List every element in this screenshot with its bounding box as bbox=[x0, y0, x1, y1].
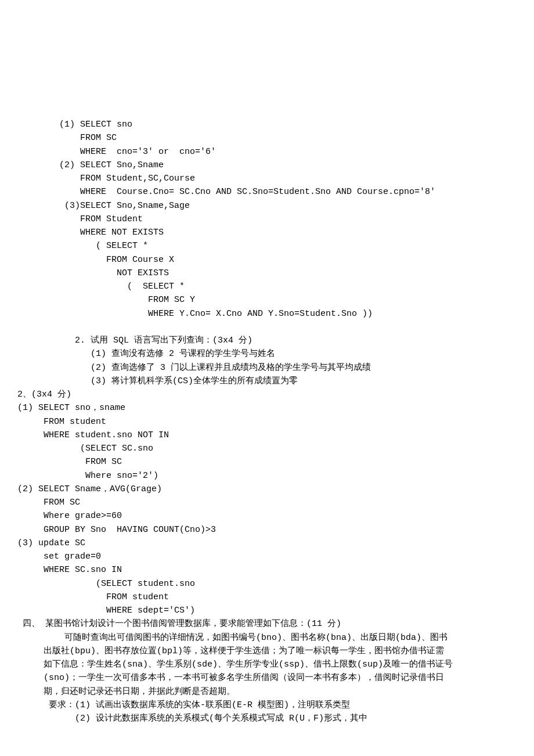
text-line: FROM SC bbox=[17, 496, 517, 509]
text-line: FROM SC Y bbox=[17, 293, 517, 307]
text-line: (3) update SC bbox=[17, 537, 517, 550]
text-line: set grade=0 bbox=[17, 550, 517, 563]
text-line: 期，归还时记录还书日期，并据此判断是否超期。 bbox=[17, 685, 517, 699]
text-line: WHERE Course.Cno= SC.Cno AND SC.Sno=Stud… bbox=[17, 185, 517, 199]
text-line: FROM student bbox=[17, 591, 517, 604]
text-line: ( SELECT * bbox=[17, 239, 517, 253]
text-line: WHERE SC.sno IN bbox=[17, 563, 517, 577]
text-line: WHERE cno='3' or cno='6' bbox=[17, 145, 517, 159]
text-line: FROM SC bbox=[17, 455, 517, 469]
text-line: (sno)；一学生一次可借多本书，一本书可被多名学生所借阅（设同一本书有多本），… bbox=[17, 671, 517, 685]
text-line: (1) SELECT sno bbox=[17, 118, 517, 131]
text-line: (3) 将计算机科学系(CS)全体学生的所有成绩置为零 bbox=[17, 375, 517, 388]
text-line: (2) 设计此数据库系统的关系模式(每个关系模式写成 R(U，F)形式，其中 bbox=[17, 712, 517, 725]
text-line: FROM Student,SC,Course bbox=[17, 172, 517, 185]
text-line: (SELECT SC.sno bbox=[17, 442, 517, 455]
text-line: 四、 某图书馆计划设计一个图书借阅管理数据库，要求能管理如下信息：(11 分) bbox=[17, 617, 517, 631]
text-line: NOT EXISTS bbox=[17, 267, 517, 280]
text-line bbox=[17, 321, 517, 334]
text-line: (2) 查询选修了 3 门以上课程并且成绩均及格的学生学号与其平均成绩 bbox=[17, 361, 517, 375]
text-line: FROM SC bbox=[17, 131, 517, 145]
text-line: Where grade>=60 bbox=[17, 509, 517, 523]
text-line: ( SELECT * bbox=[17, 280, 517, 293]
text-line: (2) SELECT Sno,Sname bbox=[17, 159, 517, 172]
text-line: WHERE Y.Cno= X.Cno AND Y.Sno=Student.Sno… bbox=[17, 307, 517, 321]
text-line: Where sno='2') bbox=[17, 469, 517, 483]
text-line: (1) SELECT sno，sname bbox=[17, 401, 517, 415]
text-line: (1) 查询没有选修 2 号课程的学生学号与姓名 bbox=[17, 347, 517, 361]
text-line: 要求：(1) 试画出该数据库系统的实体-联系图(E-R 模型图)，注明联系类型 bbox=[17, 699, 517, 712]
text-line: 2. 试用 SQL 语言写出下列查询：(3x4 分) bbox=[17, 334, 517, 347]
text-line: (2) SELECT Sname，AVG(Grage) bbox=[17, 483, 517, 496]
text-line: 2、(3x4 分) bbox=[17, 388, 517, 401]
text-line: FROM Course X bbox=[17, 253, 517, 267]
text-line: WHERE student.sno NOT IN bbox=[17, 429, 517, 442]
text-line: WHERE NOT EXISTS bbox=[17, 226, 517, 239]
text-line: GROUP BY Sno HAVING COUNT(Cno)>3 bbox=[17, 523, 517, 537]
document-body: (1) SELECT sno FROM SC WHERE cno='3' or … bbox=[17, 118, 517, 725]
text-line: (3)SELECT Sno,Sname,Sage bbox=[17, 199, 517, 213]
text-line: WHERE sdept='CS') bbox=[17, 604, 517, 617]
text-line: 如下信息：学生姓名(sna)、学生系别(sde)、学生所学专业(ssp)、借书上… bbox=[17, 658, 517, 671]
text-line: 可随时查询出可借阅图书的详细情况，如图书编号(bno)、图书名称(bna)、出版… bbox=[17, 631, 517, 645]
text-line: (SELECT student.sno bbox=[17, 577, 517, 591]
text-line: FROM Student bbox=[17, 213, 517, 226]
text-line: 出版社(bpu)、图书存放位置(bpl)等，这样便于学生选借；为了唯一标识每一学… bbox=[17, 645, 517, 658]
text-line: FROM student bbox=[17, 415, 517, 429]
